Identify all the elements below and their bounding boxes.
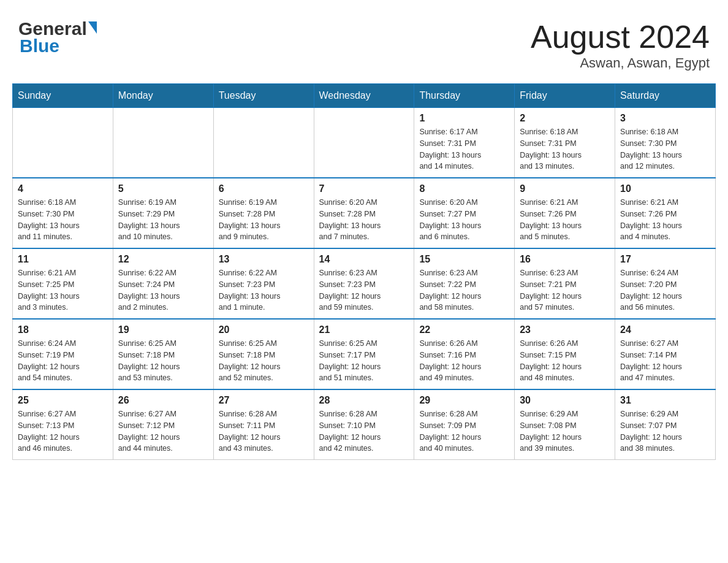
day-info: Sunrise: 6:23 AMSunset: 7:22 PMDaylight:… <box>419 267 509 313</box>
day-number: 6 <box>219 183 309 194</box>
day-info: Sunrise: 6:19 AMSunset: 7:29 PMDaylight:… <box>118 197 208 243</box>
day-number: 28 <box>319 395 409 406</box>
day-number: 9 <box>520 183 610 194</box>
table-row: 6Sunrise: 6:19 AMSunset: 7:28 PMDaylight… <box>213 178 314 248</box>
day-info: Sunrise: 6:22 AMSunset: 7:23 PMDaylight:… <box>219 267 309 313</box>
table-row: 3Sunrise: 6:18 AMSunset: 7:30 PMDaylight… <box>615 108 716 178</box>
title-block: August 2024 Aswan, Aswan, Egypt <box>531 18 710 71</box>
day-info: Sunrise: 6:19 AMSunset: 7:28 PMDaylight:… <box>219 197 309 243</box>
day-info: Sunrise: 6:26 AMSunset: 7:16 PMDaylight:… <box>419 338 509 384</box>
table-row: 27Sunrise: 6:28 AMSunset: 7:11 PMDayligh… <box>213 389 314 460</box>
day-number: 4 <box>18 183 108 194</box>
table-row <box>113 108 213 178</box>
day-info: Sunrise: 6:29 AMSunset: 7:07 PMDaylight:… <box>620 408 710 454</box>
table-row: 5Sunrise: 6:19 AMSunset: 7:29 PMDaylight… <box>113 178 213 248</box>
day-number: 10 <box>620 183 710 194</box>
day-number: 1 <box>419 113 509 124</box>
day-info: Sunrise: 6:27 AMSunset: 7:12 PMDaylight:… <box>118 408 208 454</box>
day-info: Sunrise: 6:28 AMSunset: 7:10 PMDaylight:… <box>319 408 409 454</box>
table-row: 1Sunrise: 6:17 AMSunset: 7:31 PMDaylight… <box>414 108 515 178</box>
day-number: 25 <box>18 395 108 406</box>
day-info: Sunrise: 6:24 AMSunset: 7:20 PMDaylight:… <box>620 267 710 313</box>
table-row: 30Sunrise: 6:29 AMSunset: 7:08 PMDayligh… <box>515 389 615 460</box>
day-number: 12 <box>118 254 208 265</box>
day-info: Sunrise: 6:28 AMSunset: 7:11 PMDaylight:… <box>219 408 309 454</box>
day-number: 8 <box>419 183 509 194</box>
table-row: 18Sunrise: 6:24 AMSunset: 7:19 PMDayligh… <box>13 319 113 389</box>
day-number: 20 <box>219 324 309 335</box>
table-row: 29Sunrise: 6:28 AMSunset: 7:09 PMDayligh… <box>414 389 515 460</box>
day-number: 29 <box>419 395 509 406</box>
calendar-subtitle: Aswan, Aswan, Egypt <box>531 55 710 71</box>
day-number: 7 <box>319 183 409 194</box>
table-row: 16Sunrise: 6:23 AMSunset: 7:21 PMDayligh… <box>515 248 615 319</box>
day-number: 14 <box>319 254 409 265</box>
day-info: Sunrise: 6:25 AMSunset: 7:17 PMDaylight:… <box>319 338 409 384</box>
table-row: 10Sunrise: 6:21 AMSunset: 7:26 PMDayligh… <box>615 178 716 248</box>
day-number: 16 <box>520 254 610 265</box>
day-number: 18 <box>18 324 108 335</box>
col-friday: Friday <box>515 84 615 108</box>
col-monday: Monday <box>113 84 213 108</box>
table-row: 20Sunrise: 6:25 AMSunset: 7:18 PMDayligh… <box>213 319 314 389</box>
logo-triangle-icon <box>88 21 97 34</box>
col-tuesday: Tuesday <box>213 84 314 108</box>
table-row: 21Sunrise: 6:25 AMSunset: 7:17 PMDayligh… <box>314 319 414 389</box>
logo-blue: Blue <box>20 36 59 56</box>
table-row: 23Sunrise: 6:26 AMSunset: 7:15 PMDayligh… <box>515 319 615 389</box>
day-number: 13 <box>219 254 309 265</box>
table-row: 9Sunrise: 6:21 AMSunset: 7:26 PMDaylight… <box>515 178 615 248</box>
day-info: Sunrise: 6:22 AMSunset: 7:24 PMDaylight:… <box>118 267 208 313</box>
day-number: 21 <box>319 324 409 335</box>
table-row <box>13 108 113 178</box>
day-number: 23 <box>520 324 610 335</box>
day-number: 24 <box>620 324 710 335</box>
day-info: Sunrise: 6:28 AMSunset: 7:09 PMDaylight:… <box>419 408 509 454</box>
table-row: 4Sunrise: 6:18 AMSunset: 7:30 PMDaylight… <box>13 178 113 248</box>
col-wednesday: Wednesday <box>314 84 414 108</box>
table-row: 31Sunrise: 6:29 AMSunset: 7:07 PMDayligh… <box>615 389 716 460</box>
table-row: 22Sunrise: 6:26 AMSunset: 7:16 PMDayligh… <box>414 319 515 389</box>
day-number: 15 <box>419 254 509 265</box>
day-info: Sunrise: 6:24 AMSunset: 7:19 PMDaylight:… <box>18 338 108 384</box>
day-info: Sunrise: 6:20 AMSunset: 7:28 PMDaylight:… <box>319 197 409 243</box>
day-info: Sunrise: 6:26 AMSunset: 7:15 PMDaylight:… <box>520 338 610 384</box>
table-row: 7Sunrise: 6:20 AMSunset: 7:28 PMDaylight… <box>314 178 414 248</box>
col-saturday: Saturday <box>615 84 716 108</box>
day-number: 31 <box>620 395 710 406</box>
col-thursday: Thursday <box>414 84 515 108</box>
table-row: 14Sunrise: 6:23 AMSunset: 7:23 PMDayligh… <box>314 248 414 319</box>
table-row: 13Sunrise: 6:22 AMSunset: 7:23 PMDayligh… <box>213 248 314 319</box>
table-row: 8Sunrise: 6:20 AMSunset: 7:27 PMDaylight… <box>414 178 515 248</box>
day-info: Sunrise: 6:21 AMSunset: 7:26 PMDaylight:… <box>520 197 610 243</box>
day-info: Sunrise: 6:21 AMSunset: 7:25 PMDaylight:… <box>18 267 108 313</box>
day-info: Sunrise: 6:18 AMSunset: 7:31 PMDaylight:… <box>520 126 610 172</box>
day-info: Sunrise: 6:18 AMSunset: 7:30 PMDaylight:… <box>620 126 710 172</box>
logo: General Blue <box>18 18 97 56</box>
table-row: 17Sunrise: 6:24 AMSunset: 7:20 PMDayligh… <box>615 248 716 319</box>
calendar-table: Sunday Monday Tuesday Wednesday Thursday… <box>12 83 716 460</box>
day-info: Sunrise: 6:27 AMSunset: 7:13 PMDaylight:… <box>18 408 108 454</box>
day-number: 22 <box>419 324 509 335</box>
table-row: 2Sunrise: 6:18 AMSunset: 7:31 PMDaylight… <box>515 108 615 178</box>
table-row: 12Sunrise: 6:22 AMSunset: 7:24 PMDayligh… <box>113 248 213 319</box>
table-row <box>213 108 314 178</box>
table-row: 19Sunrise: 6:25 AMSunset: 7:18 PMDayligh… <box>113 319 213 389</box>
day-info: Sunrise: 6:29 AMSunset: 7:08 PMDaylight:… <box>520 408 610 454</box>
day-number: 3 <box>620 113 710 124</box>
table-row: 25Sunrise: 6:27 AMSunset: 7:13 PMDayligh… <box>13 389 113 460</box>
day-number: 19 <box>118 324 208 335</box>
day-number: 2 <box>520 113 610 124</box>
day-number: 27 <box>219 395 309 406</box>
page-header: General Blue August 2024 Aswan, Aswan, E… <box>12 12 716 71</box>
day-info: Sunrise: 6:23 AMSunset: 7:23 PMDaylight:… <box>319 267 409 313</box>
day-info: Sunrise: 6:23 AMSunset: 7:21 PMDaylight:… <box>520 267 610 313</box>
day-number: 11 <box>18 254 108 265</box>
day-info: Sunrise: 6:21 AMSunset: 7:26 PMDaylight:… <box>620 197 710 243</box>
calendar-header-row: Sunday Monday Tuesday Wednesday Thursday… <box>13 84 716 108</box>
table-row <box>314 108 414 178</box>
day-info: Sunrise: 6:27 AMSunset: 7:14 PMDaylight:… <box>620 338 710 384</box>
day-number: 5 <box>118 183 208 194</box>
day-number: 17 <box>620 254 710 265</box>
day-info: Sunrise: 6:25 AMSunset: 7:18 PMDaylight:… <box>219 338 309 384</box>
